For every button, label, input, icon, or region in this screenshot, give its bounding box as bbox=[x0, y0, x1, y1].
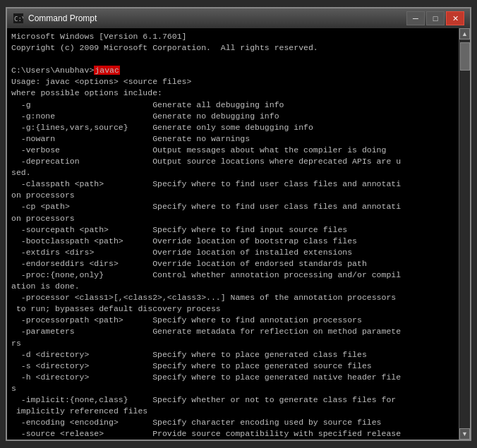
minimize-button[interactable]: ─ bbox=[406, 11, 425, 25]
maximize-button[interactable]: □ bbox=[426, 11, 445, 25]
command-prompt-window: C:\ Command Prompt ─ □ ✕ Microsoft Windo… bbox=[6, 7, 471, 441]
scroll-thumb[interactable] bbox=[460, 42, 470, 71]
window-controls: ─ □ ✕ bbox=[406, 11, 464, 25]
cmd-icon: C:\ bbox=[13, 13, 24, 24]
svg-text:C:\: C:\ bbox=[14, 16, 23, 23]
scroll-track bbox=[459, 40, 470, 428]
window-title: Command Prompt bbox=[28, 13, 406, 23]
close-button[interactable]: ✕ bbox=[446, 11, 464, 25]
scrollbar[interactable]: ▲ ▼ bbox=[459, 28, 470, 440]
scroll-down-button[interactable]: ▼ bbox=[459, 428, 470, 440]
title-bar: C:\ Command Prompt ─ □ ✕ bbox=[7, 8, 470, 28]
content-area: Microsoft Windows [Version 6.1.7601] Cop… bbox=[7, 28, 470, 440]
scroll-up-button[interactable]: ▲ bbox=[459, 28, 470, 40]
terminal-output[interactable]: Microsoft Windows [Version 6.1.7601] Cop… bbox=[7, 28, 459, 440]
